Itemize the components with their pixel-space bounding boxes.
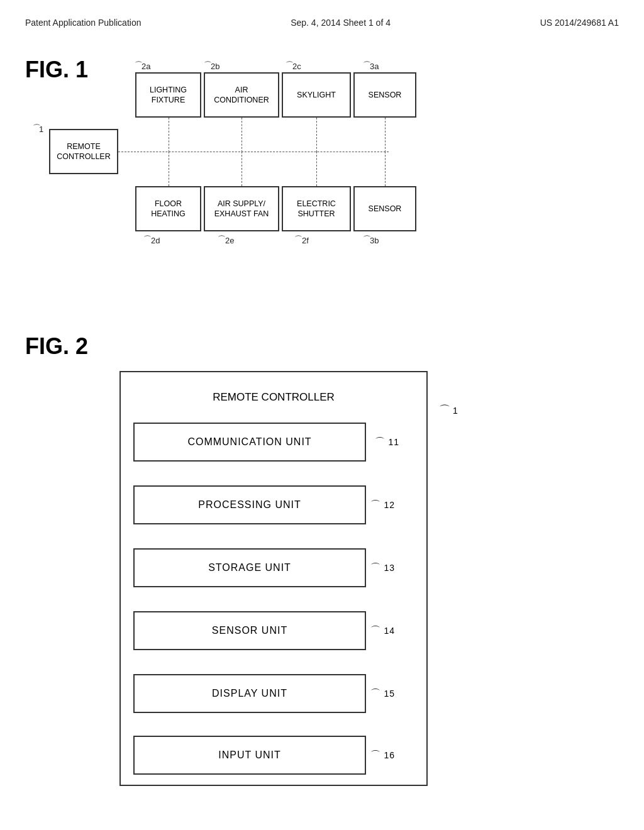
arc-2c: ⌒ (286, 60, 294, 71)
ref-2f: 2f (302, 236, 309, 245)
header-publication: Patent Application Publication (25, 18, 141, 28)
ref-2a: 2a (142, 62, 150, 71)
vline-2b (242, 118, 242, 152)
ref-12: ⌒ 12 (370, 499, 395, 512)
vline-2a (169, 118, 169, 152)
fig1-label: FIG. 1 (25, 57, 88, 83)
ref-2d: 2d (151, 236, 160, 245)
ref-16: ⌒ 16 (370, 749, 395, 762)
box-sensor-3a: SENSOR (353, 72, 416, 118)
sensor-unit-box: SENSOR UNIT ⌒ 14 (133, 611, 366, 650)
ref-14: ⌒ 14 (370, 624, 395, 638)
ref-2c: 2c (292, 62, 301, 71)
fig2-label: FIG. 2 (25, 333, 88, 360)
fig2-remote-controller-title: REMOTE CONTROLLER (121, 391, 426, 404)
input-unit-box: INPUT UNIT ⌒ 16 (133, 736, 366, 775)
vline-3b (385, 152, 386, 186)
ref-13: ⌒ 13 (370, 562, 395, 575)
remote-controller-box: REMOTECONTROLLER (49, 129, 118, 174)
vline-2f (316, 152, 317, 186)
box-sensor-3b: SENSOR (353, 186, 416, 231)
header-date-sheet: Sep. 4, 2014 Sheet 1 of 4 (291, 18, 391, 28)
processing-unit-box: PROCESSING UNIT ⌒ 12 (133, 485, 366, 524)
vline-2d (169, 152, 169, 186)
ref-2b: 2b (211, 62, 219, 71)
arc-3a: ⌒ (363, 60, 371, 71)
arc-3b: ⌒ (363, 234, 371, 245)
arc-1: ⌒ (33, 123, 41, 134)
fig2-outer-ref: ⌒ 1 (439, 402, 458, 418)
box-electric-shutter: ELECTRICSHUTTER (282, 186, 351, 231)
vline-3a (385, 118, 386, 152)
ref-3b: 3b (370, 236, 379, 245)
communication-unit-box: COMMUNICATION UNIT ⌒ 11 (133, 423, 366, 462)
arc-2d: ⌒ (143, 234, 152, 245)
vline-2e (242, 152, 242, 186)
fig2-diagram: FIG. 2 REMOTE CONTROLLER COMMUNICATION U… (25, 333, 616, 805)
fig2-outer-box: REMOTE CONTROLLER COMMUNICATION UNIT ⌒ 1… (119, 371, 428, 786)
arc-2a: ⌒ (135, 60, 143, 71)
arc-2b: ⌒ (204, 60, 212, 71)
ref-15: ⌒ 15 (370, 687, 395, 700)
storage-unit-box: STORAGE UNIT ⌒ 13 (133, 548, 366, 587)
box-air-conditioner: AIRCONDITIONER (204, 72, 279, 118)
arc-2f: ⌒ (294, 234, 303, 245)
box-air-supply: AIR SUPPLY/EXHAUST FAN (204, 186, 279, 231)
ref-2e: 2e (225, 236, 234, 245)
box-lighting-fixture: LIGHTINGFIXTURE (135, 72, 201, 118)
ref-11: ⌒ 11 (375, 436, 399, 449)
hline-main (118, 152, 389, 152)
box-floor-heating: FLOORHEATING (135, 186, 201, 231)
arc-2e: ⌒ (218, 234, 226, 245)
display-unit-box: DISPLAY UNIT ⌒ 15 (133, 674, 366, 713)
ref-3a: 3a (370, 62, 379, 71)
page-header: Patent Application Publication Sep. 4, 2… (0, 0, 644, 28)
box-skylight: SKYLIGHT (282, 72, 351, 118)
header-patent-number: US 2014/249681 A1 (540, 18, 619, 28)
vline-2c (316, 118, 317, 152)
fig1-diagram: FIG. 1 2a 2b 2c 3a ⌒ ⌒ ⌒ ⌒ 1 ⌒ REMOTECON… (25, 57, 616, 321)
